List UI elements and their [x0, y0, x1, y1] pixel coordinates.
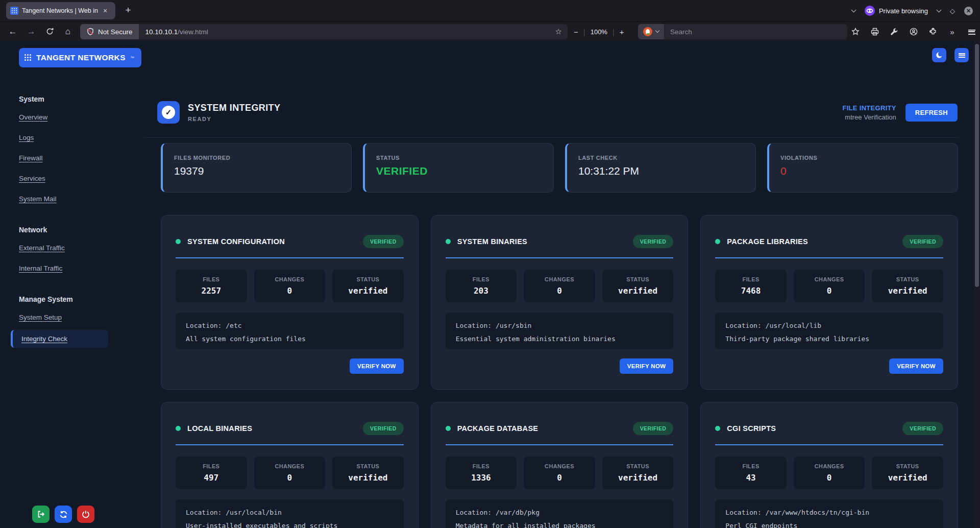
status-dot-icon: [715, 426, 720, 431]
print-icon[interactable]: [870, 28, 879, 36]
security-chip[interactable]: Not Secure: [80, 24, 139, 39]
private-mask-icon: [865, 6, 875, 16]
integrity-check-icon: ✓: [157, 101, 180, 124]
location-description: Perl CGI endpoints: [725, 519, 933, 528]
tab-bar: Tangent Networks | Web in × + Private br…: [0, 0, 980, 21]
shield-slash-icon: [86, 28, 94, 36]
browser-toolbar: ← → ⌂ Not Secure 10.10.10.1/view.html ☆: [0, 21, 980, 41]
list-tabs-chevron-icon[interactable]: [851, 7, 856, 12]
brand-logo[interactable]: TANGENT NETWORKS ™: [19, 48, 141, 67]
sidebar-item-services[interactable]: Services: [19, 175, 45, 183]
card-divider: [715, 444, 943, 445]
location-description: User-installed executables and scripts: [186, 519, 394, 528]
new-tab-button[interactable]: +: [121, 5, 135, 16]
card-divider: [176, 257, 404, 258]
window-shade-chevron-icon[interactable]: [937, 7, 942, 12]
page-status: READY: [188, 116, 280, 122]
location-box: Location: /etc All system configuration …: [176, 313, 404, 349]
browser-chrome: Tangent Networks | Web in × + Private br…: [0, 0, 980, 41]
header-divider: [143, 137, 959, 138]
sidebar-item-internal-traffic[interactable]: Internal Traffic: [19, 265, 62, 273]
power-button[interactable]: [77, 506, 94, 523]
changes-stat: CHANGES 0: [794, 457, 865, 489]
bookmark-star-icon[interactable]: ☆: [555, 27, 562, 36]
window-close-button[interactable]: ✕: [964, 7, 973, 15]
window-maximize-icon[interactable]: ◇: [950, 7, 955, 15]
location-description: All system configuration files: [186, 332, 394, 346]
reload-button[interactable]: [44, 28, 55, 35]
changes-stat: CHANGES 0: [524, 270, 595, 302]
menu-icon[interactable]: [967, 28, 976, 36]
changes-stat: CHANGES 0: [254, 457, 326, 489]
location-path: Location: /usr/sbin: [456, 319, 664, 332]
meta-title: FILE INTEGRITY: [842, 104, 896, 112]
overflow-chevrons-icon[interactable]: »: [948, 28, 957, 36]
stat-label: FILES MONITORED: [174, 155, 340, 161]
files-stat: FILES 1336: [446, 457, 517, 489]
integrity-card: LOCAL BINARIES VERIFIED FILES 497 CHANGE…: [161, 402, 419, 528]
hamburger-icon: [959, 53, 965, 58]
account-icon[interactable]: [909, 28, 918, 36]
moon-icon: [936, 52, 943, 59]
meta-subtitle: mtree Verification: [842, 113, 896, 121]
files-stat: FILES 2257: [176, 270, 247, 302]
refresh-button[interactable]: REFRESH: [905, 104, 958, 122]
sidebar-item-integrity-check[interactable]: Integrity Check: [11, 330, 108, 348]
logout-button[interactable]: [32, 506, 50, 523]
zoom-out-button[interactable]: −: [574, 28, 578, 36]
card-title: PACKAGE LIBRARIES: [727, 237, 808, 246]
search-engine-chip[interactable]: [638, 24, 664, 39]
engine-chevron-icon: [655, 29, 659, 33]
verify-now-button[interactable]: VERIFY NOW: [620, 358, 674, 374]
save-page-star-icon[interactable]: [851, 28, 860, 36]
scrollbar[interactable]: [973, 41, 980, 528]
sidebar-item-system-setup[interactable]: System Setup: [19, 314, 62, 322]
card-divider: [176, 444, 404, 445]
extensions-puzzle-icon[interactable]: [928, 28, 937, 36]
card-title: CGI SCRIPTS: [727, 424, 776, 433]
menu-toggle-button[interactable]: [954, 48, 969, 62]
integrity-card: PACKAGE LIBRARIES VERIFIED FILES 7468 CH…: [700, 215, 958, 390]
stat-value: 19379: [174, 165, 340, 177]
verified-badge: VERIFIED: [633, 235, 674, 248]
sidebar-section-system: System: [19, 95, 143, 103]
tab-title: Tangent Networks | Web in: [22, 7, 100, 14]
forward-button[interactable]: →: [26, 27, 37, 37]
integrity-card: PACKAGE DATABASE VERIFIED FILES 1336 CHA…: [431, 402, 689, 528]
tools-wrench-icon[interactable]: [890, 28, 898, 36]
verify-now-button[interactable]: VERIFY NOW: [350, 358, 404, 374]
verified-badge: VERIFIED: [363, 235, 404, 248]
card-title: LOCAL BINARIES: [187, 424, 252, 433]
search-bar[interactable]: Search: [638, 24, 847, 39]
url-text[interactable]: 10.10.10.1/view.html: [145, 28, 208, 36]
verify-now-button[interactable]: VERIFY NOW: [889, 358, 943, 374]
status-stat: STATUS verified: [872, 270, 943, 302]
sidebar-item-system-mail[interactable]: System Mail: [19, 195, 57, 203]
sidebar-item-logs[interactable]: Logs: [19, 134, 34, 142]
location-path: Location: /var/www/htdocs/tn/cgi-bin: [725, 506, 933, 519]
scrollbar-thumb[interactable]: [975, 44, 979, 287]
dark-mode-toggle[interactable]: [932, 48, 946, 62]
status-stat: STATUS verified: [602, 270, 674, 302]
url-bar[interactable]: Not Secure 10.10.10.1/view.html ☆: [80, 24, 568, 39]
stat-value: 0: [780, 165, 946, 177]
back-button[interactable]: ←: [7, 27, 18, 37]
browser-tab[interactable]: Tangent Networks | Web in ×: [6, 2, 115, 19]
card-divider: [446, 257, 674, 258]
location-path: Location: /usr/local/bin: [186, 506, 394, 519]
stat-label: LAST CHECK: [578, 155, 744, 161]
stat-card-violations: VIOLATIONS0: [767, 143, 958, 193]
sidebar-item-overview[interactable]: Overview: [19, 113, 47, 122]
status-dot-icon: [176, 239, 181, 244]
zoom-in-button[interactable]: +: [620, 28, 624, 36]
sidebar-item-external-traffic[interactable]: External Traffic: [19, 244, 65, 252]
tab-close-icon[interactable]: ×: [103, 7, 107, 14]
private-browsing-badge: Private browsing: [865, 6, 928, 16]
security-label: Not Secure: [98, 28, 133, 36]
power-icon: [82, 510, 90, 518]
sidebar-item-firewall[interactable]: Firewall: [19, 154, 43, 162]
home-button[interactable]: ⌂: [62, 27, 74, 37]
integrity-card: SYSTEM CONFIGURATION VERIFIED FILES 2257…: [161, 215, 419, 390]
sync-button[interactable]: [55, 506, 72, 523]
zoom-level[interactable]: 100%: [591, 28, 607, 36]
